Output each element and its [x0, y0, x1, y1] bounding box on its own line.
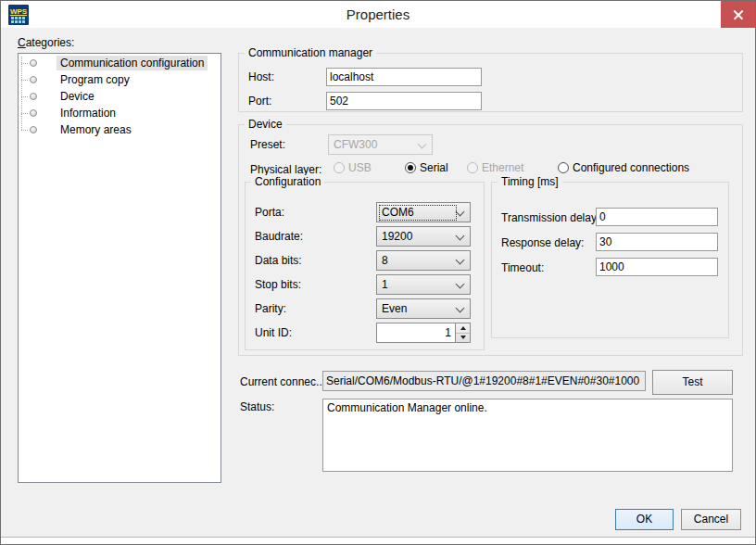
tree-node-icon [30, 76, 37, 83]
host-input[interactable] [326, 68, 482, 86]
response-delay-input[interactable] [596, 233, 718, 251]
title-bar: WPS Properties [1, 1, 755, 28]
data-bits-combo[interactable]: 8 [376, 250, 471, 271]
response-delay-label: Response delay: [501, 236, 584, 249]
timing-group: Timing [ms] Transmission delay: Response… [491, 182, 729, 338]
radio-icon [558, 162, 569, 173]
group-title: Device [245, 118, 286, 131]
chevron-down-icon [456, 280, 465, 289]
status-output: Communication Manager online. [322, 399, 733, 472]
transmission-delay-input[interactable] [596, 208, 718, 226]
tree-node-icon [30, 109, 37, 117]
tree-item-memory-areas[interactable]: Memory areas [19, 121, 220, 138]
arrow-down-icon [460, 336, 466, 339]
status-label: Status: [240, 400, 274, 413]
arrow-up-icon [460, 326, 466, 330]
group-title: Timing [ms] [498, 175, 562, 188]
baudrate-combo[interactable]: 19200 [376, 226, 471, 247]
window-title: Properties [1, 1, 755, 28]
current-connection-label: Current connec... [240, 375, 325, 388]
tree-node-icon [30, 93, 37, 100]
porta-label: Porta: [255, 206, 284, 219]
focus-rect [379, 205, 457, 221]
radio-icon [467, 162, 478, 173]
chevron-down-icon [456, 304, 465, 313]
physical-layer-label: Physical layer: [250, 163, 321, 176]
tree-item-device[interactable]: Device [19, 88, 220, 105]
host-label: Host: [248, 70, 274, 83]
group-title: Communication manager [245, 46, 376, 59]
chevron-down-icon [456, 232, 465, 241]
tree-node-icon [30, 59, 37, 67]
preset-combo: CFW300 [328, 134, 433, 155]
current-connection-value: Serial/COM6/Modbus-RTU/@1#19200#8#1#EVEN… [322, 371, 646, 391]
parity-label: Parity: [255, 302, 286, 315]
categories-tree: Communication configuration Program copy… [18, 53, 221, 483]
tree-item-information[interactable]: Information [19, 105, 220, 121]
data-bits-label: Data bits: [255, 254, 302, 267]
porta-combo[interactable]: COM6 [376, 202, 471, 222]
tree-node-icon [30, 126, 37, 133]
port-input[interactable] [326, 92, 482, 110]
transmission-delay-label: Transmission delay: [501, 211, 599, 224]
configuration-group: Configuration Porta: COM6 Baudrate: 1920… [245, 182, 485, 350]
close-button[interactable] [721, 1, 755, 28]
timeout-input[interactable] [596, 258, 718, 276]
group-title: Configuration [251, 175, 324, 188]
tree-item-program-copy[interactable]: Program copy [19, 71, 220, 88]
parity-combo[interactable]: Even [376, 298, 471, 319]
chevron-down-icon [418, 140, 427, 149]
communication-manager-group: Communication manager Host: Port: [238, 53, 743, 112]
device-group: Device Preset: CFW300 Physical layer: US… [238, 124, 743, 356]
cancel-button[interactable]: Cancel [681, 509, 741, 530]
baudrate-label: Baudrate: [255, 230, 303, 243]
stop-bits-label: Stop bits: [255, 278, 301, 291]
spin-down-button[interactable] [456, 333, 470, 342]
radio-selected-icon [405, 162, 416, 173]
unit-id-label: Unit ID: [255, 326, 292, 339]
ok-button[interactable]: OK [615, 509, 674, 530]
unit-id-stepper[interactable]: 1 [376, 323, 471, 343]
radio-icon [334, 162, 345, 173]
stop-bits-combo[interactable]: 1 [376, 274, 471, 295]
preset-label: Preset: [250, 138, 285, 151]
window-bottom-frame [1, 537, 755, 544]
categories-label: Categories: [18, 36, 74, 49]
timeout-label: Timeout: [501, 261, 544, 274]
chevron-down-icon [456, 208, 465, 217]
tree-item-communication-configuration[interactable]: Communication configuration [19, 55, 220, 71]
properties-dialog: WPS Properties Categories: Communication… [0, 0, 756, 545]
chevron-down-icon [456, 256, 465, 265]
test-button[interactable]: Test [652, 370, 733, 395]
port-label: Port: [248, 95, 271, 108]
